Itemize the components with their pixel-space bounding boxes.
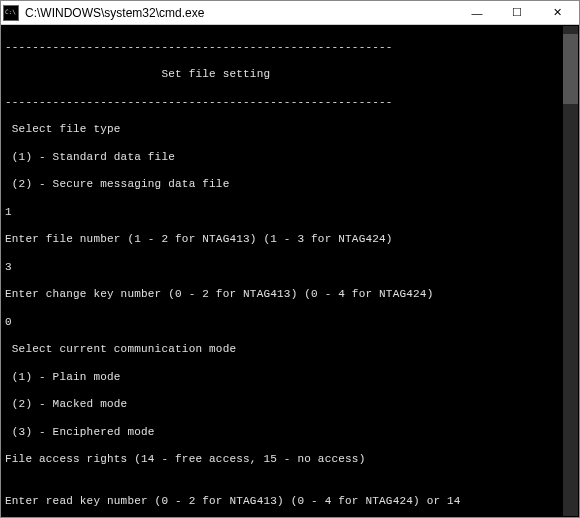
input-line: 1 [5,206,575,220]
prompt-line: Enter file number (1 - 2 for NTAG413) (1… [5,233,575,247]
option-line: (2) - Secure messaging data file [5,178,575,192]
terminal-output: ----------------------------------------… [1,25,579,517]
scroll-thumb[interactable] [563,34,578,104]
prompt-line: Select file type [5,123,575,137]
header: Set file setting [5,68,575,82]
minimize-button[interactable]: — [457,2,497,24]
cmd-icon [3,5,19,21]
rule: ----------------------------------------… [5,41,575,55]
prompt-line: Enter read key number (0 - 2 for NTAG413… [5,495,575,509]
rule: ----------------------------------------… [5,96,575,110]
option-line: (1) - Plain mode [5,371,575,385]
cmd-window: C:\WINDOWS\system32\cmd.exe — ☐ ✕ ------… [0,0,580,518]
prompt-line: Enter change key number (0 - 2 for NTAG4… [5,288,575,302]
vertical-scrollbar[interactable] [563,26,578,516]
window-title: C:\WINDOWS\system32\cmd.exe [25,6,457,20]
titlebar: C:\WINDOWS\system32\cmd.exe — ☐ ✕ [1,1,579,25]
option-line: (1) - Standard data file [5,151,575,165]
input-line: 0 [5,316,575,330]
option-line: (3) - Enciphered mode [5,426,575,440]
input-line: 3 [5,261,575,275]
maximize-button[interactable]: ☐ [497,2,537,24]
prompt-line: Select current communication mode [5,343,575,357]
option-line: (2) - Macked mode [5,398,575,412]
close-button[interactable]: ✕ [537,2,577,24]
window-controls: — ☐ ✕ [457,2,577,24]
prompt-line: File access rights (14 - free access, 15… [5,453,575,467]
